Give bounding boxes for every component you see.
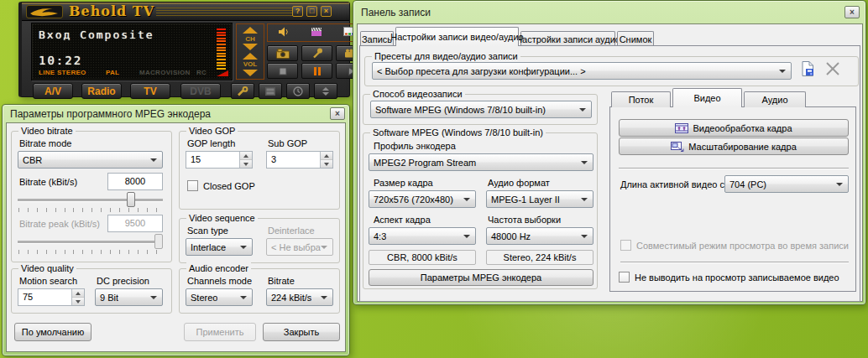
- frame-size-label: Размер кадра: [374, 178, 433, 188]
- tab-audio-settings[interactable]: Настройки записи аудио: [520, 31, 615, 46]
- defaults-button[interactable]: По умолчанию: [14, 323, 92, 341]
- frame-scaling-button[interactable]: Масштабирование кадра: [619, 137, 849, 155]
- record-panel-window: Панель записи × Запись Настройки записи …: [353, 0, 866, 305]
- spin-up-icon[interactable]: [72, 289, 84, 298]
- mode-av-button[interactable]: A/V: [33, 83, 73, 99]
- video-bitrate-info: CBR, 8000 kBit/s: [369, 250, 476, 265]
- status-pal: PAL: [106, 69, 119, 76]
- encoder-close-button[interactable]: ×: [330, 107, 345, 120]
- close-button[interactable]: ×: [321, 6, 332, 17]
- chevron-down-icon: [321, 246, 327, 249]
- aspect-label: Аспект кадра: [374, 215, 431, 225]
- spin-up-icon[interactable]: [240, 152, 252, 160]
- audio-encoder-group-label: Audio encoder: [186, 262, 251, 274]
- clapperboard-icon[interactable]: [311, 27, 322, 39]
- tab-record[interactable]: Запись: [360, 31, 394, 46]
- motion-search-spinner[interactable]: 75: [18, 288, 85, 306]
- aspect-combo[interactable]: 4:3: [369, 227, 476, 245]
- stop-button[interactable]: [267, 63, 298, 79]
- subtab-stream[interactable]: Поток: [611, 91, 671, 107]
- minimode-button[interactable]: [314, 83, 337, 99]
- bitrate-slider-thumb[interactable]: [127, 192, 135, 207]
- chevron-down-icon: [463, 235, 470, 238]
- volume-up-button[interactable]: [243, 53, 258, 60]
- record-panel-close-button[interactable]: ×: [844, 6, 860, 18]
- sample-rate-combo[interactable]: 48000 Hz: [486, 227, 593, 245]
- video-sequence-group-label: Video sequence: [186, 212, 258, 224]
- help-button[interactable]: ?: [292, 6, 303, 17]
- spin-down-icon[interactable]: [72, 298, 84, 306]
- audio-bitrate-label: Bitrate: [268, 276, 295, 286]
- encoder-dialog-title: Параметры программного MPEG энкодера: [10, 108, 211, 120]
- spin-down-icon[interactable]: [321, 160, 332, 169]
- volume-meter: [217, 29, 226, 70]
- scheduler-button[interactable]: [286, 83, 310, 99]
- sub-gop-spinner[interactable]: 3: [266, 151, 333, 169]
- settings-button[interactable]: [231, 83, 254, 99]
- subtab-video[interactable]: Видео: [672, 88, 742, 107]
- audio-bitrate-combo[interactable]: 224 kBit/s: [266, 288, 333, 306]
- gop-length-label: GOP length: [187, 138, 235, 148]
- delete-preset-icon: [825, 61, 840, 78]
- subtab-audio[interactable]: Аудио: [744, 91, 806, 107]
- bitrate-peak-slider-ticks: [18, 250, 163, 254]
- closed-gop-checkbox[interactable]: Closed GOP: [187, 180, 255, 191]
- presets-group-label: Пресеты для видео/аудио записи: [372, 50, 520, 62]
- mode-radio-button[interactable]: Radio: [81, 83, 122, 99]
- software-mpeg-group: Software MPEG (Windows 7/8/10 built-in) …: [363, 132, 598, 289]
- preset-combo[interactable]: < Выбор пресета для загрузки конфигураци…: [372, 62, 792, 80]
- save-preset-icon[interactable]: [800, 60, 816, 79]
- chevron-down-icon: [321, 296, 327, 299]
- behold-title: Behold TV: [69, 3, 154, 19]
- snapshot-button[interactable]: [267, 45, 298, 61]
- behold-tv-window: Behold TV ? □ × Вход Composite 10:22 LIN…: [18, 2, 350, 97]
- display-time: 10:22: [39, 54, 82, 67]
- mode-dvb-button[interactable]: DVB: [180, 83, 221, 99]
- channels-mode-combo[interactable]: Stereo: [186, 288, 253, 306]
- scan-type-combo[interactable]: Interlace: [186, 238, 253, 256]
- spin-up-icon[interactable]: [321, 152, 332, 160]
- behold-logo-icon: [26, 5, 63, 18]
- channel-up-button[interactable]: [243, 27, 258, 34]
- divider: [620, 262, 849, 262]
- pause-button[interactable]: [301, 63, 332, 79]
- volume-down-button[interactable]: [243, 70, 258, 76]
- audio-format-combo[interactable]: MPEG-1 Layer II: [486, 190, 593, 208]
- bitrate-slider[interactable]: [18, 199, 163, 201]
- frame-size-combo[interactable]: 720x576 (720x480): [369, 190, 476, 208]
- bitrate-slider-ticks: [18, 208, 163, 212]
- chevron-down-icon: [581, 198, 588, 201]
- stop-icon: [279, 67, 287, 75]
- audio-record-button[interactable]: [301, 45, 332, 61]
- no-preview-checkbox[interactable]: Не выводить на просмотр записываемое вид…: [619, 272, 839, 283]
- active-line-combo[interactable]: 704 (PC): [724, 175, 849, 193]
- mode-tv-button[interactable]: TV: [130, 83, 170, 99]
- mpeg-params-button[interactable]: Параметры MPEG энкодера: [369, 269, 593, 286]
- recorder-panel-button[interactable]: [259, 83, 282, 99]
- mute-speaker-icon[interactable]: [278, 27, 290, 39]
- checkbox-box[interactable]: [619, 272, 630, 283]
- spin-down-icon[interactable]: [240, 160, 252, 169]
- bitrate-mode-combo[interactable]: CBR: [18, 151, 163, 169]
- tab-snapshot[interactable]: Снимок: [617, 31, 654, 46]
- checkbox-box[interactable]: [187, 180, 198, 191]
- record-method-combo[interactable]: Software MPEG (Windows 7/8/10 built-in): [370, 101, 592, 118]
- scan-type-label: Scan type: [187, 226, 228, 236]
- channel-down-button[interactable]: [243, 44, 258, 50]
- bitrate-value[interactable]: 8000: [107, 173, 163, 190]
- clock-icon: [293, 86, 303, 96]
- chevron-down-icon: [240, 296, 247, 299]
- encoder-profile-combo[interactable]: MPEG2 Program Stream: [369, 153, 593, 171]
- behold-titlebar[interactable]: Behold TV ? □ ×: [22, 3, 349, 21]
- rc-level-icon: [217, 70, 228, 76]
- close-dialog-button[interactable]: Закрыть: [263, 323, 340, 341]
- bitrate-peak-label: Bitrate peak (kBit/s): [19, 219, 100, 229]
- video-processing-button[interactable]: Видеообработка кадра: [619, 119, 849, 137]
- dc-precision-combo[interactable]: 9 Bit: [95, 288, 163, 306]
- display-input-line: Вход Composite: [39, 29, 154, 41]
- bitrate-peak-value: 9500: [107, 215, 163, 232]
- minimize-button[interactable]: □: [306, 6, 317, 17]
- gop-length-spinner[interactable]: 15: [186, 151, 253, 169]
- encoder-profile-label: Профиль энкодера: [374, 141, 456, 151]
- tab-video-audio-settings[interactable]: Настройки записи видео/аудио: [395, 27, 519, 46]
